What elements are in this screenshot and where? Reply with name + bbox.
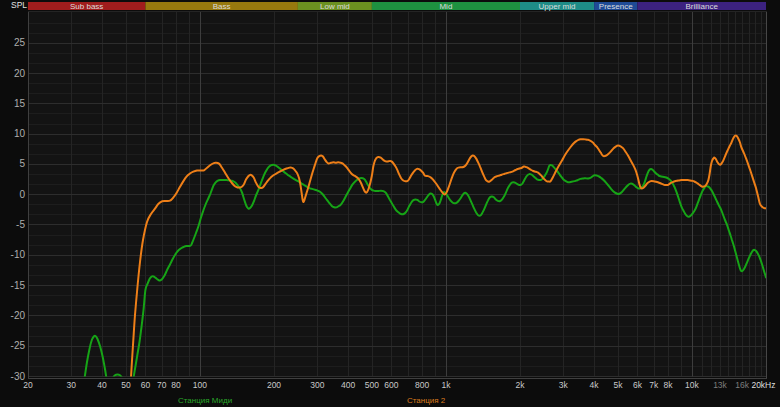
svg-text:8k: 8k	[664, 380, 674, 390]
svg-text:10: 10	[14, 128, 26, 139]
svg-text:-25: -25	[11, 340, 26, 351]
svg-text:200: 200	[267, 380, 281, 390]
svg-text:Станция Миди: Станция Миди	[178, 396, 232, 405]
svg-text:800: 800	[415, 380, 429, 390]
svg-text:100: 100	[193, 380, 207, 390]
svg-text:25: 25	[14, 37, 26, 48]
svg-text:400: 400	[341, 380, 355, 390]
svg-text:20kHz: 20kHz	[751, 380, 775, 390]
svg-text:80: 80	[171, 380, 181, 390]
svg-text:4k: 4k	[590, 380, 600, 390]
svg-text:5k: 5k	[613, 380, 623, 390]
svg-text:Upper mid: Upper mid	[539, 2, 576, 11]
svg-text:Low mid: Low mid	[320, 2, 350, 11]
svg-text:7k: 7k	[649, 380, 659, 390]
svg-text:2k: 2k	[516, 380, 526, 390]
svg-text:-15: -15	[11, 280, 26, 291]
svg-text:13k: 13k	[713, 380, 727, 390]
svg-text:SPL: SPL	[11, 0, 27, 10]
svg-text:Brilliance: Brilliance	[685, 2, 718, 11]
svg-text:600: 600	[384, 380, 398, 390]
svg-text:6k: 6k	[633, 380, 643, 390]
svg-text:300: 300	[310, 380, 324, 390]
svg-text:-10: -10	[11, 249, 26, 260]
svg-text:30: 30	[67, 380, 77, 390]
svg-text:70: 70	[157, 380, 167, 390]
svg-text:16k: 16k	[735, 380, 749, 390]
svg-text:-30: -30	[11, 371, 26, 382]
svg-text:10k: 10k	[685, 380, 699, 390]
svg-text:60: 60	[141, 380, 151, 390]
svg-text:20: 20	[23, 380, 33, 390]
svg-text:Станция 2: Станция 2	[407, 396, 446, 405]
svg-text:0: 0	[19, 189, 25, 200]
svg-text:Presence: Presence	[599, 2, 633, 11]
svg-text:Bass: Bass	[213, 2, 231, 11]
svg-text:20: 20	[14, 68, 26, 79]
svg-text:40: 40	[97, 380, 107, 390]
svg-text:-20: -20	[11, 310, 26, 321]
svg-text:3k: 3k	[559, 380, 569, 390]
svg-text:50: 50	[121, 380, 131, 390]
svg-text:-5: -5	[16, 219, 25, 230]
svg-text:500: 500	[365, 380, 379, 390]
svg-text:5: 5	[19, 158, 25, 169]
svg-text:Mid: Mid	[439, 2, 452, 11]
svg-text:1k: 1k	[441, 380, 451, 390]
svg-text:15: 15	[14, 98, 26, 109]
svg-text:Sub bass: Sub bass	[70, 2, 103, 11]
